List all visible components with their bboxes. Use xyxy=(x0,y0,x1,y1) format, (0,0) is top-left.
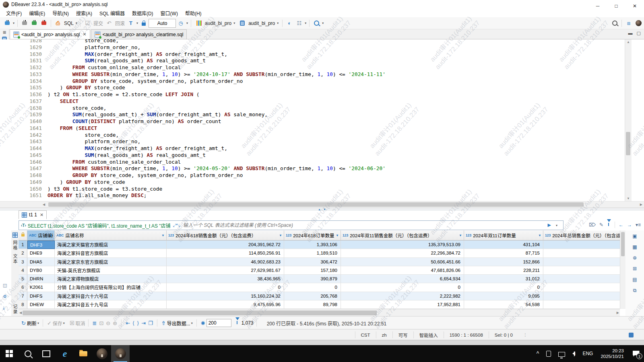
text-view-tab[interactable]: 文本 xyxy=(12,254,18,264)
code-line[interactable]: 1646 FROM custom_online_sale_order_local xyxy=(19,159,625,166)
menu-item[interactable]: 帮助(H) xyxy=(182,9,205,17)
grid-cell[interactable]: 89,798 xyxy=(284,300,341,309)
sql-dropdown-icon[interactable]: ▾ xyxy=(76,21,77,25)
code-line[interactable]: 1635 ) GROUP BY store_code xyxy=(19,84,625,91)
value-panel-icon[interactable]: ▣ xyxy=(632,232,638,239)
panel-export-icon[interactable]: ⤓ xyxy=(3,305,5,311)
disconnect-icon[interactable] xyxy=(40,20,47,27)
clock[interactable]: 20:23 2025/10/21 xyxy=(601,348,624,359)
tab-close-icon[interactable]: ✕ xyxy=(83,32,86,37)
code-line[interactable]: 1642 store_code, xyxy=(19,132,625,139)
editor-tab[interactable]: <audit_bi_pro> analysis_cleartime.sql xyxy=(91,29,187,39)
result-settings-icon[interactable]: ✺ xyxy=(201,320,205,326)
code-line[interactable]: 1637 SELECT xyxy=(19,98,625,105)
column-header[interactable]: ABC店铺名称▼ xyxy=(55,230,167,241)
table-row[interactable]: 5DHRN海澜之家得物旗舰店38,436,965390,8796,654,934… xyxy=(19,275,620,283)
cancel-icon[interactable]: ☒ xyxy=(70,320,74,326)
grid-horizontal-scrollbar[interactable]: ◀ ▶ xyxy=(19,309,620,317)
grid-cell[interactable]: DHFS xyxy=(27,292,55,300)
commit-icon[interactable]: ☑ xyxy=(84,20,91,27)
code-line[interactable]: 1650) t3 ON t1.store_code = t3.store_cod… xyxy=(19,186,625,193)
record-mode-icon[interactable]: ◫ xyxy=(3,283,7,288)
tray-chevron-icon[interactable]: ^ xyxy=(537,350,539,357)
grid-cell[interactable]: DHEW xyxy=(27,300,55,309)
dbeaver-taskbar-icon[interactable] xyxy=(93,345,111,362)
code-line[interactable]: 1628 store_code, xyxy=(19,39,625,44)
table-row[interactable]: 6K2061分销【上海白阔供应链有限公司】的店铺0000119,093 xyxy=(19,283,620,292)
file-explorer-icon[interactable] xyxy=(74,345,93,362)
grid-cell[interactable]: 0 xyxy=(464,283,543,292)
code-line[interactable]: 1645 SUM(real_goods_amt) AS real_goods_a… xyxy=(19,152,625,159)
grid-cell[interactable]: 15,160,224.32 xyxy=(167,292,284,300)
menu-item[interactable]: 窗口(W) xyxy=(157,9,182,17)
commit-label[interactable]: 提交 xyxy=(93,20,103,27)
row-number-cell[interactable]: 4 xyxy=(19,266,27,275)
grid-cell[interactable]: 海澜之家抖音五十九号店 xyxy=(55,300,167,309)
grid-cell[interactable]: 17,952,881 xyxy=(341,300,464,309)
statusbar-item[interactable]: 智能插入 xyxy=(413,331,444,338)
action-center-icon[interactable]: 1 xyxy=(628,345,644,362)
transaction-log-icon[interactable]: ◷ xyxy=(177,20,184,27)
status-more-icon[interactable]: ⋮ xyxy=(523,333,527,337)
statusbar-item[interactable]: Sel: 0 | 0 xyxy=(489,331,518,338)
export-icon[interactable]: ⇮ xyxy=(161,320,166,326)
grid-vertical-scrollbar[interactable] xyxy=(620,230,626,309)
grid-cell[interactable]: 87,715 xyxy=(464,249,543,257)
start-button[interactable] xyxy=(0,345,19,362)
grid-cell[interactable]: K2061 xyxy=(27,283,55,292)
reconnect-icon[interactable] xyxy=(31,20,38,27)
grid-cell[interactable]: DHA5 xyxy=(27,258,55,266)
editor-horizontal-scrollbar[interactable]: ◀ ▶ xyxy=(0,201,644,208)
grid-cell[interactable]: DHE9 xyxy=(27,249,55,257)
references-panel-icon[interactable]: ▤ xyxy=(632,276,638,283)
rollback-icon[interactable]: ↶ xyxy=(105,20,113,27)
menu-item[interactable]: 导航(N) xyxy=(49,9,72,17)
database-selector[interactable]: audit_bi_pro ▾ xyxy=(194,20,236,27)
grid-cell[interactable]: 天猫-英氏官方旗舰店 xyxy=(55,266,167,275)
commit-mode-icon[interactable]: ☷ xyxy=(295,20,303,27)
grid-cell[interactable]: 306,472 xyxy=(284,258,341,266)
language-indicator[interactable]: ENG xyxy=(582,351,593,356)
column-header[interactable]: 1232024年618订单数量▼ xyxy=(284,230,341,241)
grid-cell[interactable]: 204,391,962.72 xyxy=(167,241,284,249)
statusbar-item[interactable]: zh xyxy=(376,331,392,338)
column-header[interactable]: 1232024年总销售金额（元）（包含运费）▼ xyxy=(543,230,620,241)
grid-cell[interactable]: 27,629,981.67 xyxy=(167,266,284,275)
table-row[interactable]: 4DYB0天猫-英氏官方旗舰店27,629,981.67157,18047,68… xyxy=(19,266,620,275)
result-grid[interactable]: ABC店铺编码▼ABC店铺名称▼1232024年618销售金额（元）（包含运费）… xyxy=(19,230,620,309)
editor-vscroll-thumb[interactable] xyxy=(626,132,630,155)
search-icon[interactable] xyxy=(313,20,320,27)
add-row-icon[interactable]: ≣ xyxy=(93,320,97,326)
code-line[interactable]: 1629 platform_order_no, xyxy=(19,44,625,51)
volume-tray-icon[interactable] xyxy=(572,352,575,356)
statusbar-item[interactable]: CST xyxy=(355,331,376,338)
code-line[interactable]: 1644 MAX(order_freight_amt) AS order_fre… xyxy=(19,145,625,152)
filter-input[interactable] xyxy=(182,222,563,228)
code-line[interactable]: 1633 WHERE SUBSTR(min_order_time, 1, 10)… xyxy=(19,71,625,78)
save-icon[interactable]: ✓ xyxy=(47,320,52,326)
metadata-panel-icon[interactable]: ⊕ xyxy=(632,254,638,261)
grid-cell[interactable]: 119,093 xyxy=(543,283,620,292)
table-row[interactable]: 8DHEW海澜之家抖音五十九号店9,475,695.9689,79817,952… xyxy=(19,300,620,309)
grid-cell[interactable]: 306,553 xyxy=(543,258,620,266)
results-tab-close-icon[interactable]: ✕ xyxy=(40,212,43,218)
table-row[interactable]: 2DHE9海澜之家抖音官方旗舰店114,850,256.911,189,5102… xyxy=(19,249,620,257)
dbeaver-taskbar-icon-active[interactable] xyxy=(111,345,130,362)
dbeaver-perspective-icon[interactable] xyxy=(635,20,642,27)
new-connection-icon[interactable] xyxy=(4,20,11,27)
rollback-label[interactable]: 回滚 xyxy=(115,20,125,27)
row-limit-input[interactable] xyxy=(206,319,231,327)
grid-cell[interactable]: 228,211 xyxy=(464,266,543,275)
code-line[interactable]: 1630 MAX(order_freight_amt) AS order_fre… xyxy=(19,51,625,58)
statusbar-item[interactable]: 可写 xyxy=(392,331,413,338)
cancel-label[interactable]: 取消 xyxy=(76,320,85,327)
column-filter-icon[interactable]: ▼ xyxy=(161,234,165,237)
grid-cell[interactable]: DHF3 xyxy=(27,241,55,249)
menu-item[interactable]: 编辑(E) xyxy=(25,9,49,17)
grid-cell[interactable]: 152,866 xyxy=(464,258,543,266)
code-line[interactable]: 1651ORDER BY t1.all_sale_money DESC; xyxy=(19,192,625,199)
grid-cell[interactable]: 海澜之家得物旗舰店 xyxy=(55,275,167,283)
code-line[interactable]: 1647 WHERE SUBSTR(min_order_time, 1, 10)… xyxy=(19,165,625,172)
editor-hscroll-thumb[interactable] xyxy=(48,202,584,207)
grid-view-tab[interactable]: 网格 xyxy=(12,240,18,251)
